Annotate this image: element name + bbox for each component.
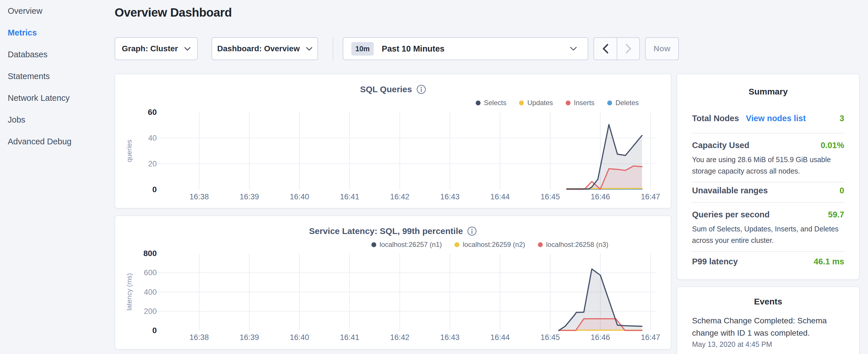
toolbar-divider [333, 37, 333, 60]
metrics-page: OverviewMetricsDatabasesStatementsNetwor… [0, 0, 868, 354]
now-button[interactable]: Now [645, 37, 679, 60]
summary-row-label: P99 latency [692, 257, 738, 266]
now-button-label: Now [653, 44, 670, 53]
x-tick-label: 16:41 [340, 333, 359, 342]
dashboard-dropdown-label: Dashboard: Overview [217, 44, 300, 53]
time-range-badge: 10m [351, 42, 374, 56]
event-timestamp: May 13, 2020 at 4:45 PM [692, 340, 772, 349]
y-tick-label: 0 [152, 185, 157, 194]
x-tick-label: 16:44 [490, 333, 510, 342]
graph-dropdown-label: Graph: Cluster [122, 44, 178, 53]
chevron-down-icon [570, 47, 577, 51]
graph-dropdown[interactable]: Graph: Cluster [115, 37, 198, 60]
summary-title: Summary [677, 87, 859, 97]
summary-row: Unavailable ranges0 [692, 184, 844, 197]
time-range-label: Past 10 Minutes [382, 44, 570, 54]
chevron-down-icon [184, 47, 191, 51]
y-tick-label: 600 [144, 268, 157, 277]
sidebar-item-metrics[interactable]: Metrics [8, 22, 108, 43]
chevron-down-icon [306, 47, 312, 51]
y-tick-label: 200 [144, 307, 157, 316]
summary-row-value: 59.7 [828, 208, 844, 221]
chart-card-service-latency: Service Latency: SQL, 99th percentile lo… [115, 215, 672, 350]
separator [692, 251, 844, 252]
y-tick-label: 0 [152, 326, 157, 335]
x-tick-label: 16:38 [189, 333, 209, 342]
sidebar-item-advanced-debug[interactable]: Advanced Debug [8, 131, 108, 152]
x-tick-label: 16:40 [290, 333, 309, 342]
y-tick-label: 40 [148, 134, 157, 142]
x-tick-label: 16:45 [540, 333, 560, 342]
chart-card-sql-queries: SQL Queries SelectsUpdatesInsertsDeletes… [115, 74, 672, 208]
prev-button[interactable] [594, 38, 617, 60]
summary-row: Queries per second59.7 [692, 208, 844, 221]
y-axis-unit-label: latency (ms) [125, 273, 133, 311]
chevron-left-icon [602, 44, 608, 54]
time-range-dropdown[interactable]: 10m Past 10 Minutes [343, 37, 588, 60]
separator [692, 133, 844, 133]
sql-queries-chart[interactable]: 16:3816:3916:4016:4116:4216:4316:4416:45… [115, 74, 672, 209]
summary-row: Total NodesView nodes list3 [692, 112, 844, 125]
summary-row: Capacity Used0.01% [692, 139, 844, 152]
y-tick-label: 400 [144, 288, 157, 296]
summary-row-label: Queries per second [692, 210, 770, 219]
x-tick-label: 16:42 [390, 192, 409, 201]
y-tick-label: 20 [148, 160, 157, 168]
summary-row-value: 3 [840, 112, 844, 125]
x-tick-label: 16:44 [490, 192, 510, 201]
summary-row-value: 46.1 ms [814, 255, 844, 268]
y-axis-unit-label: queries [125, 140, 133, 162]
x-tick-label: 16:43 [440, 333, 460, 342]
x-tick-label: 16:47 [641, 333, 660, 342]
x-tick-label: 16:46 [591, 333, 610, 342]
separator [692, 182, 844, 183]
summary-row-label: Unavailable ranges [692, 186, 768, 195]
separator [692, 202, 844, 203]
x-tick-label: 16:38 [189, 192, 209, 201]
dashboard-dropdown[interactable]: Dashboard: Overview [212, 37, 318, 60]
summary-panel: Summary Total NodesView nodes list3Capac… [677, 74, 860, 280]
x-tick-label: 16:43 [440, 192, 460, 201]
x-tick-label: 16:47 [641, 192, 660, 201]
x-tick-label: 16:39 [240, 333, 259, 342]
summary-row-description: Sum of Selects, Updates, Inserts, and De… [692, 223, 847, 246]
y-tick-label: 60 [148, 108, 157, 117]
events-title: Events [677, 297, 859, 307]
summary-row-label: Total Nodes [692, 114, 739, 123]
event-text[interactable]: Schema Change Completed: Schema change w… [692, 315, 838, 339]
sidebar-item-overview[interactable]: Overview [8, 0, 108, 22]
view-nodes-link[interactable]: View nodes list [746, 114, 806, 123]
x-tick-label: 16:45 [540, 192, 560, 201]
y-tick-label: 800 [143, 249, 157, 258]
x-tick-label: 16:40 [290, 192, 309, 201]
sidebar-item-jobs[interactable]: Jobs [8, 109, 108, 131]
sidebar-item-network-latency[interactable]: Network Latency [8, 87, 108, 109]
summary-row-label: Capacity Used [692, 141, 749, 150]
chevron-right-icon [626, 44, 631, 54]
x-tick-label: 16:42 [390, 333, 409, 342]
time-window-pager [593, 37, 640, 60]
summary-row: P99 latency46.1 ms [692, 255, 844, 268]
x-tick-label: 16:46 [591, 192, 610, 201]
summary-row-value: 0 [840, 184, 844, 197]
sidebar-item-statements[interactable]: Statements [8, 65, 108, 87]
next-button[interactable] [617, 38, 639, 60]
summary-row-value: 0.01% [821, 139, 844, 152]
summary-row-description: You are using 28.6 MiB of 515.9 GiB usab… [692, 154, 847, 177]
sidebar-nav: OverviewMetricsDatabasesStatementsNetwor… [8, 0, 108, 152]
x-tick-label: 16:41 [340, 192, 359, 201]
page-title: Overview Dashboard [115, 6, 232, 20]
events-panel: Events Schema Change Completed: Schema c… [677, 286, 860, 354]
sidebar-item-databases[interactable]: Databases [8, 43, 108, 65]
x-tick-label: 16:39 [240, 192, 259, 201]
service-latency-chart[interactable]: 16:3816:3916:4016:4116:4216:4316:4416:45… [115, 216, 672, 350]
